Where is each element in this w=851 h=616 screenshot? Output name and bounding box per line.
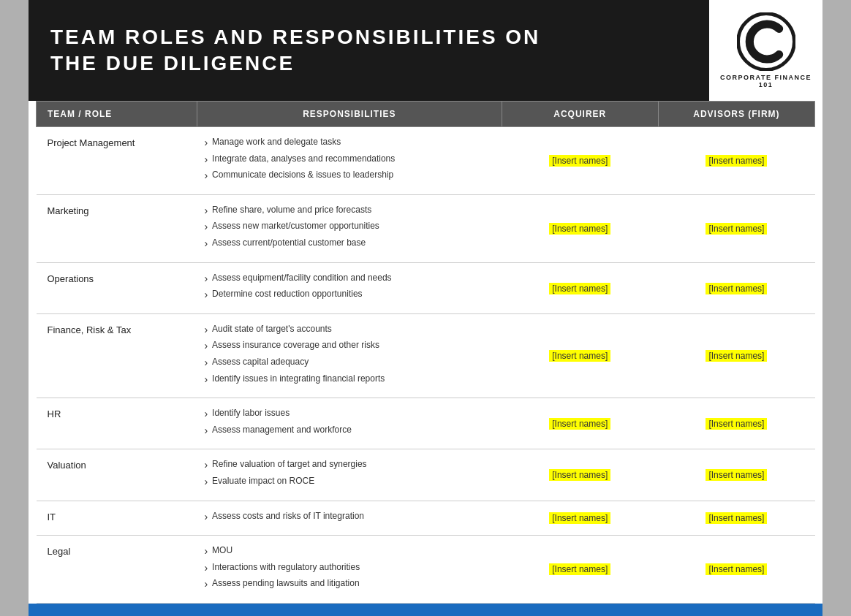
responsibility-item: Identify labor issues <box>204 407 494 422</box>
acquirer-name[interactable]: [Insert names] <box>549 155 610 167</box>
col-header-advisors: ADVISORS (FIRM) <box>658 102 814 127</box>
advisors-cell: [Insert names] <box>658 262 814 313</box>
acquirer-name[interactable]: [Insert names] <box>549 283 610 294</box>
table-row: LegalMOUInteractions with regulatory aut… <box>37 536 815 604</box>
responsibilities-cell: Audit state of target's accountsAssess i… <box>197 313 502 398</box>
responsibility-item: Integrate data, analyses and recommendat… <box>204 153 494 167</box>
responsibility-item: Refine valuation of target and synergies <box>204 458 494 473</box>
responsibility-item: Identify issues in integrating financial… <box>204 373 494 387</box>
responsibility-item: Assess capital adequacy <box>204 356 494 370</box>
advisors-cell: [Insert names] <box>658 127 814 195</box>
page-title: TEAM ROLES AND RESPONSIBILITIES ON THE D… <box>50 24 540 77</box>
advisors-cell: [Insert names] <box>658 313 814 398</box>
responsibilities-cell: Assess equipment/facility condition and … <box>197 262 502 313</box>
header-logo: CORPORATE FINANCE 101 <box>709 0 822 101</box>
advisor-name[interactable]: [Insert names] <box>706 469 767 481</box>
acquirer-name[interactable]: [Insert names] <box>549 512 610 524</box>
acquirer-cell: [Insert names] <box>502 313 658 398</box>
responsibility-item: Assess equipment/facility condition and … <box>204 272 494 286</box>
advisor-name[interactable]: [Insert names] <box>706 563 767 575</box>
advisor-name[interactable]: [Insert names] <box>706 512 767 524</box>
acquirer-cell: [Insert names] <box>502 262 658 313</box>
responsibilities-cell: Manage work and delegate tasksIntegrate … <box>197 127 502 195</box>
advisor-name[interactable]: [Insert names] <box>706 418 767 430</box>
acquirer-cell: [Insert names] <box>502 501 658 536</box>
responsibilities-table: TEAM / ROLE RESPONSIBILITIES ACQUIRER AD… <box>36 101 815 604</box>
col-header-responsibilities: RESPONSIBILITIES <box>197 102 502 127</box>
role-cell: Operations <box>37 262 197 313</box>
logo-text: CORPORATE FINANCE 101 <box>716 74 815 88</box>
table-row: ITAssess costs and risks of IT integrati… <box>37 501 815 536</box>
acquirer-name[interactable]: [Insert names] <box>549 469 610 481</box>
responsibility-item: Assess costs and risks of IT integration <box>204 510 494 525</box>
responsibility-item: Assess management and workforce <box>204 424 494 438</box>
responsibility-item: Assess current/potential customer base <box>204 237 494 251</box>
table-row: HRIdentify labor issuesAssess management… <box>37 398 815 449</box>
role-cell: Finance, Risk & Tax <box>37 313 197 398</box>
role-cell: Project Management <box>37 127 197 195</box>
table-row: MarketingRefine share, volume and price … <box>37 194 815 262</box>
responsibility-item: Communicate decisions & issues to leader… <box>204 169 494 183</box>
responsibility-item: Determine cost reduction opportunities <box>204 288 494 303</box>
responsibility-item: Manage work and delegate tasks <box>204 136 494 151</box>
advisor-name[interactable]: [Insert names] <box>706 223 767 235</box>
responsibility-item: Audit state of target's accounts <box>204 323 494 338</box>
col-header-role: TEAM / ROLE <box>37 102 197 127</box>
footer-banner: M&A Transaction / Project Kick Off Docum… <box>29 604 822 616</box>
acquirer-cell: [Insert names] <box>502 449 658 501</box>
role-cell: Legal <box>37 536 197 604</box>
responsibilities-cell: Identify labor issuesAssess management a… <box>197 398 502 449</box>
advisors-cell: [Insert names] <box>658 194 814 262</box>
logo-circle-icon <box>737 12 795 71</box>
responsibility-item: Interactions with regulatory authorities <box>204 561 494 576</box>
responsibility-item: Assess insurance coverage and other risk… <box>204 339 494 354</box>
main-container: TEAM ROLES AND RESPONSIBILITIES ON THE D… <box>29 0 822 616</box>
responsibility-item: MOU <box>204 544 494 559</box>
advisors-cell: [Insert names] <box>658 449 814 501</box>
advisors-cell: [Insert names] <box>658 501 814 536</box>
acquirer-cell: [Insert names] <box>502 536 658 604</box>
acquirer-name[interactable]: [Insert names] <box>549 563 610 575</box>
role-cell: Marketing <box>37 194 197 262</box>
table-row: Project ManagementManage work and delega… <box>37 127 815 195</box>
table-row: ValuationRefine valuation of target and … <box>37 449 815 501</box>
header-title-area: TEAM ROLES AND RESPONSIBILITIES ON THE D… <box>29 0 709 101</box>
advisors-cell: [Insert names] <box>658 398 814 449</box>
advisor-name[interactable]: [Insert names] <box>706 350 767 362</box>
acquirer-name[interactable]: [Insert names] <box>549 223 610 235</box>
col-header-acquirer: ACQUIRER <box>502 102 658 127</box>
responsibility-item: Evaluate impact on ROCE <box>204 475 494 490</box>
responsibilities-cell: Assess costs and risks of IT integration <box>197 501 502 536</box>
role-cell: IT <box>37 501 197 536</box>
responsibilities-cell: Refine valuation of target and synergies… <box>197 449 502 501</box>
responsibilities-cell: Refine share, volume and price forecasts… <box>197 194 502 262</box>
role-cell: HR <box>37 398 197 449</box>
table-container: TEAM / ROLE RESPONSIBILITIES ACQUIRER AD… <box>29 101 822 604</box>
advisor-name[interactable]: [Insert names] <box>706 283 767 294</box>
acquirer-cell: [Insert names] <box>502 398 658 449</box>
responsibility-item: Assess new market/customer opportunities <box>204 220 494 235</box>
advisor-name[interactable]: [Insert names] <box>706 155 767 167</box>
header: TEAM ROLES AND RESPONSIBILITIES ON THE D… <box>29 0 822 101</box>
responsibilities-cell: MOUInteractions with regulatory authorit… <box>197 536 502 604</box>
acquirer-cell: [Insert names] <box>502 127 658 195</box>
role-cell: Valuation <box>37 449 197 501</box>
table-row: OperationsAssess equipment/facility cond… <box>37 262 815 313</box>
advisors-cell: [Insert names] <box>658 536 814 604</box>
table-row: Finance, Risk & TaxAudit state of target… <box>37 313 815 398</box>
responsibility-item: Refine share, volume and price forecasts <box>204 204 494 218</box>
acquirer-name[interactable]: [Insert names] <box>549 418 610 430</box>
responsibility-item: Assess pending lawsuits and litigation <box>204 577 494 592</box>
acquirer-cell: [Insert names] <box>502 194 658 262</box>
acquirer-name[interactable]: [Insert names] <box>549 350 610 362</box>
